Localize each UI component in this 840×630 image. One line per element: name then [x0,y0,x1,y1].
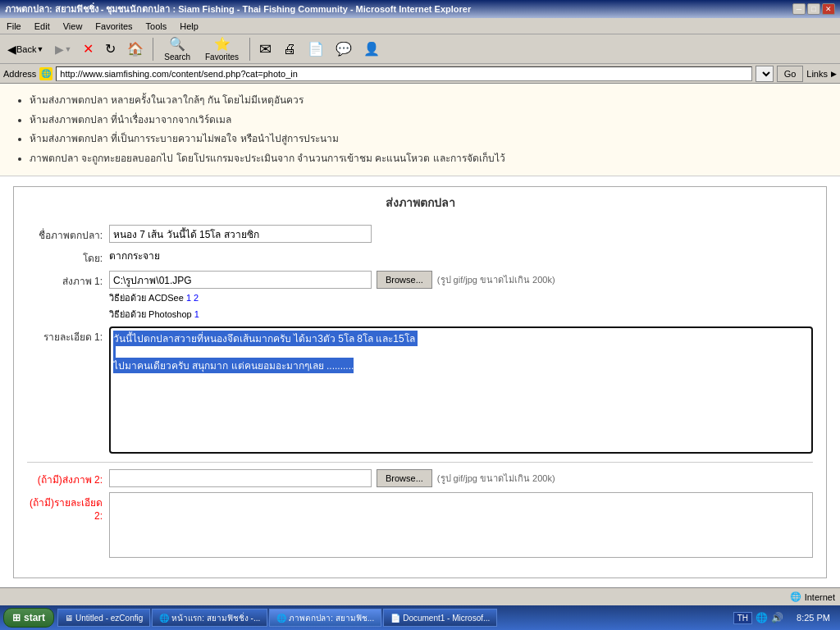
rule-item: ห้ามส่งภาพตกปลา ที่นำเรื่องมาจากจากเวิร์… [30,112,827,130]
detail2-textarea[interactable] [109,492,813,558]
photo2-hint: (รูป gif/jpg ขนาดไม่เกิน 200k) [437,471,555,486]
search-label: Search [164,52,190,62]
form-section: ส่งภาพตกปลา ชื่อภาพตกปลา: โดย: ตากกระจาย [13,186,827,578]
detail2-control [109,492,813,559]
fish-name-label: ชื่อภาพตกปลา: [27,225,109,243]
form-divider [27,462,813,463]
refresh-button[interactable]: ↻ [101,39,120,59]
photo1-input[interactable] [109,271,372,289]
discuss-icon: 💬 [336,41,352,57]
forward-dropdown-icon[interactable]: ▼ [64,45,71,53]
forward-button[interactable]: ▶ ▼ [51,40,75,58]
photoshop-link[interactable]: 1 [194,309,199,319]
acdsee-label1: วิธีย่อด้วย ACDSee [109,293,184,303]
fish-name-row: ชื่อภาพตกปลา: [27,225,813,243]
title-bar: ภาพตกปลา: สยามฟิชชิ่ง - ชุมชนนักตกปลา : … [0,0,840,18]
maximize-button[interactable]: □ [807,3,820,15]
form-body: ชื่อภาพตกปลา: โดย: ตากกระจาย ส่งภาพ 1: [14,218,826,578]
edit-icon: 📄 [308,41,324,57]
main-content: ห้ามส่งภาพตกปลา หลายครั้งในเวลาใกล้ๆ กัน… [0,84,840,588]
menu-favorites[interactable]: Favorites [92,21,135,32]
photo1-browse-row: Browse... (รูป gif/jpg ขนาดไม่เกิน 200k) [109,271,813,289]
status-bar: 🌐 Internet [0,587,840,604]
browser-content: ห้ามส่งภาพตกปลา หลายครั้งในเวลาใกล้ๆ กัน… [0,84,840,604]
rule-item: ภาพตกปลา จะถูกทะยอยลบออกไป โดยโปรแกรมจะป… [30,150,827,168]
home-button[interactable]: 🏠 [123,39,148,59]
address-input[interactable] [56,66,751,81]
rule-item: ห้ามส่งภาพตกปลา หลายครั้งในเวลาใกล้ๆ กัน… [30,92,827,110]
go-button[interactable]: Go [777,66,804,82]
photo2-label: (ถ้ามี)ส่งภาพ 2: [27,469,109,487]
menu-help[interactable]: Help [176,21,202,32]
back-button[interactable]: ◀ Back ▼ [3,40,48,58]
close-button[interactable]: ✕ [822,3,835,15]
rules-section: ห้ามส่งภาพตกปลา หลายครั้งในเวลาใกล้ๆ กัน… [0,84,840,176]
browse1-button[interactable]: Browse... [377,271,432,289]
print-button[interactable]: 🖨 [279,39,300,59]
stop-button[interactable]: ✕ [79,39,98,59]
page-icon: 🌐 [39,67,52,80]
detail1-label: รายละเอียด 1: [27,326,109,345]
separator-2 [249,38,250,61]
home-icon: 🏠 [127,41,144,57]
edit-button[interactable]: 📄 [304,39,328,59]
detail1-textarea[interactable] [109,326,813,454]
address-label: Address [3,69,36,79]
address-dropdown[interactable] [756,66,774,82]
menu-bar: File Edit View Favorites Tools Help [0,18,840,34]
photo1-row: ส่งภาพ 1: Browse... (รูป gif/jpg ขนาดไม่… [27,271,813,322]
window-controls[interactable]: ─ □ ✕ [792,3,835,15]
photo1-label: ส่งภาพ 1: [27,271,109,289]
menu-tools[interactable]: Tools [143,21,171,32]
zone-label: Internet [805,592,835,602]
toolbar: ◀ Back ▼ ▶ ▼ ✕ ↻ 🏠 🔍 Search ⭐ Favorites … [0,34,840,64]
detail2-label: (ถ้ามี)รายละเอียด 2: [27,492,109,522]
acdsee-link2[interactable]: 2 [194,293,199,303]
by-value: ตากกระจาย [109,250,160,262]
search-button[interactable]: 🔍 Search [158,34,196,64]
rules-list: ห้ามส่งภาพตกปลา หลายครั้งในเวลาใกล้ๆ กัน… [30,92,827,167]
mail-button[interactable]: ✉ [255,38,276,61]
photo2-input[interactable] [109,469,372,487]
print-icon: 🖨 [283,42,296,57]
acdsee-link1[interactable]: 1 [186,293,191,303]
mail-icon: ✉ [259,40,272,58]
links-label[interactable]: Links [806,69,828,79]
by-control: ตากกระจาย [109,248,813,263]
search-icon: 🔍 [169,36,185,52]
by-label: โดย: [27,248,109,266]
fish-name-control [109,225,813,243]
separator-1 [153,38,153,61]
fish-name-input[interactable] [109,225,372,243]
minimize-button[interactable]: ─ [792,3,806,15]
window-title: ภาพตกปลา: สยามฟิชชิ่ง - ชุมชนนักตกปลา : … [5,2,471,16]
address-bar: Address 🌐 Go Links ▶ [0,64,840,84]
photoshop-links: วิธีย่อด้วย Photoshop 1 [109,307,813,322]
back-label: Back [16,44,36,54]
form-title: ส่งภาพตกปลา [14,187,826,218]
forward-arrow-icon: ▶ [55,43,64,56]
status-zone: 🌐 Internet [790,591,835,602]
photoshop-label: วิธีย่อด้วย Photoshop [109,309,192,319]
detail1-control [109,326,813,455]
browse2-button[interactable]: Browse... [377,469,432,487]
menu-edit[interactable]: Edit [31,21,53,32]
discuss-button[interactable]: 💬 [331,39,356,59]
detail2-row: (ถ้ามี)รายละเอียด 2: [27,492,813,559]
menu-view[interactable]: View [60,21,86,32]
favorites-button[interactable]: ⭐ Favorites [199,34,244,64]
stop-icon: ✕ [83,41,94,57]
refresh-icon: ↻ [105,41,116,57]
photo1-hint: (รูป gif/jpg ขนาดไม่เกิน 200k) [437,272,555,287]
by-row: โดย: ตากกระจาย [27,248,813,266]
rule-item: ห้ามส่งภาพตกปลา ที่เป็นการระบายความไม่พอ… [30,130,827,148]
messenger-icon: 👤 [363,41,380,57]
photo2-row: (ถ้ามี)ส่งภาพ 2: Browse... (รูป gif/jpg … [27,469,813,487]
menu-file[interactable]: File [3,21,25,32]
globe-icon: 🌐 [790,591,801,602]
back-dropdown-icon[interactable]: ▼ [36,45,43,53]
favorites-label: Favorites [205,52,239,62]
photo2-browse-row: Browse... (รูป gif/jpg ขนาดไม่เกิน 200k) [109,469,813,487]
photo1-control: Browse... (รูป gif/jpg ขนาดไม่เกิน 200k)… [109,271,813,322]
messenger-button[interactable]: 👤 [359,39,384,59]
